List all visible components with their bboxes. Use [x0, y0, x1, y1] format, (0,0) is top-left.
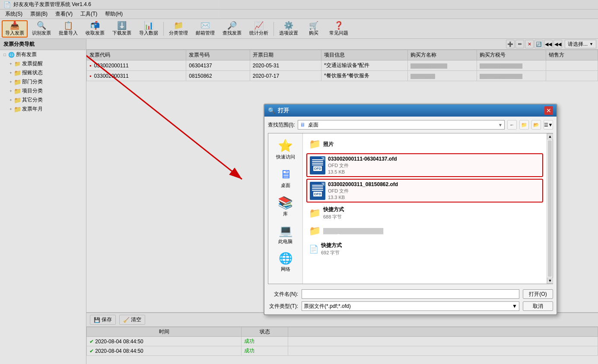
shortcut-icon: 📄: [309, 244, 318, 254]
library-icon: 📚: [278, 196, 293, 210]
dialog-title-text: 打开: [278, 107, 289, 114]
file-item-photos[interactable]: 📁 照片: [306, 137, 543, 152]
file-info-ofd2: 033002000311_08150862.ofd OFD 文件 13.3 KB: [328, 181, 398, 200]
combo-down-arrow: ▼: [498, 123, 503, 127]
nav-new-folder-btn[interactable]: 📂: [531, 120, 541, 130]
open-button[interactable]: 打开(O): [523, 289, 553, 299]
dialog-close-button[interactable]: ✕: [544, 106, 553, 115]
file-info-photos: 照片: [323, 141, 334, 148]
file-item-shortcut2[interactable]: 📄 快捷方式 692 字节: [306, 240, 543, 258]
ofd-lines-2: [312, 185, 323, 191]
nav-library[interactable]: 📚 库: [270, 194, 301, 219]
open-dialog: 🔍 打开 ✕ 查找范围(I): 🖥 桌面 ▼ ← 📁 📂 ☰▼: [264, 104, 557, 315]
folder-blurred-icon: 📁: [309, 225, 321, 237]
pc-icon: 💻: [279, 224, 293, 237]
ofd-lines-1: [312, 159, 323, 165]
scroll-down-btn[interactable]: ▼: [547, 278, 553, 284]
ofd-badge-1: OFD: [313, 166, 322, 171]
nav-this-pc[interactable]: 💻 此电脑: [270, 222, 301, 247]
file-item-blurred[interactable]: 📁 ████ ████████████: [306, 224, 543, 238]
filetype-value: 票据文件(*.pdf;*.ofd): [304, 303, 351, 310]
location-value: 🖥 桌面: [300, 121, 318, 129]
filename-input[interactable]: [302, 289, 519, 299]
nav-network[interactable]: 🌐 网络: [270, 250, 301, 274]
nav-desktop[interactable]: 🖥 桌面: [270, 165, 301, 190]
dialog-location-bar: 查找范围(I): 🖥 桌面 ▼ ← 📁 📂 ☰▼: [268, 120, 553, 130]
nav-up-btn[interactable]: 📁: [519, 120, 529, 130]
file-info-ofd1: 033002000111-06304137.ofd OFD 文件 13.5 KB: [328, 156, 397, 174]
desktop-nav-icon: 🖥: [280, 167, 292, 181]
file-item-ofd1[interactable]: OFD 033002000111-06304137.ofd OFD 文件 13.…: [306, 153, 543, 177]
star-icon: ⭐: [278, 139, 293, 153]
desktop-small-icon: 🖥: [300, 122, 305, 128]
file-info-blurred: ████ ████████████: [323, 228, 383, 234]
ofd-icon-2: OFD: [310, 182, 325, 200]
dialog-body: 查找范围(I): 🖥 桌面 ▼ ← 📁 📂 ☰▼ ⭐: [264, 117, 557, 314]
dialog-title-icon: 🔍: [268, 107, 275, 114]
filename-row: 文件名(N): 打开(O): [268, 289, 553, 299]
dialog-content: ⭐ 快速访问 🖥 桌面 📚 库 💻 此电脑: [268, 133, 553, 284]
filename-label: 文件名(N):: [268, 291, 298, 298]
folder-icon: 📁: [309, 139, 321, 150]
location-label: 查找范围(I):: [268, 121, 295, 129]
location-combo[interactable]: 🖥 桌面 ▼: [298, 120, 505, 130]
filetype-row: 文件类型(T): 票据文件(*.pdf;*.ofd) ▼ 取消: [268, 301, 553, 311]
network-icon: 🌐: [279, 252, 293, 265]
scroll-up-btn[interactable]: ▲: [547, 133, 553, 139]
nav-quick-access[interactable]: ⭐ 快速访问: [270, 137, 301, 162]
dialog-scrollbar: ▲ ▼: [547, 133, 553, 284]
filetype-combo[interactable]: 票据文件(*.pdf;*.ofd) ▼: [302, 301, 519, 311]
ofd-badge-2: OFD: [313, 192, 322, 196]
cancel-button[interactable]: 取消: [523, 301, 553, 311]
file-item-ofd2[interactable]: OFD 033002000311_08150862.ofd OFD 文件 13.…: [306, 179, 543, 203]
ofd-icon-1: OFD: [310, 156, 325, 174]
filetype-label: 文件类型(T):: [268, 303, 298, 310]
folder-shortcut-icon-1: 📁: [309, 208, 321, 219]
file-item-shortcut1[interactable]: 📁 快捷方式 688 字节: [306, 204, 543, 222]
nav-back-btn[interactable]: ←: [507, 120, 517, 130]
dialog-title-bar: 🔍 打开 ✕: [264, 104, 557, 117]
nav-view-btn[interactable]: ☰▼: [544, 120, 553, 130]
dialog-bottom: 文件名(N): 打开(O) 文件类型(T): 票据文件(*.pdf;*.ofd)…: [268, 288, 553, 311]
filetype-arrow: ▼: [512, 303, 517, 309]
dialog-sidebar: ⭐ 快速访问 🖥 桌面 📚 库 💻 此电脑: [268, 133, 303, 284]
scroll-thumb[interactable]: [548, 140, 552, 277]
file-info-shortcut1: 快捷方式 688 字节: [323, 206, 344, 220]
file-info-shortcut2: 快捷方式 692 字节: [321, 242, 342, 256]
dialog-overlay: 🔍 打开 ✕ 查找范围(I): 🖥 桌面 ▼ ← 📁 📂 ☰▼: [0, 0, 598, 364]
dialog-files: 📁 照片: [303, 133, 547, 284]
